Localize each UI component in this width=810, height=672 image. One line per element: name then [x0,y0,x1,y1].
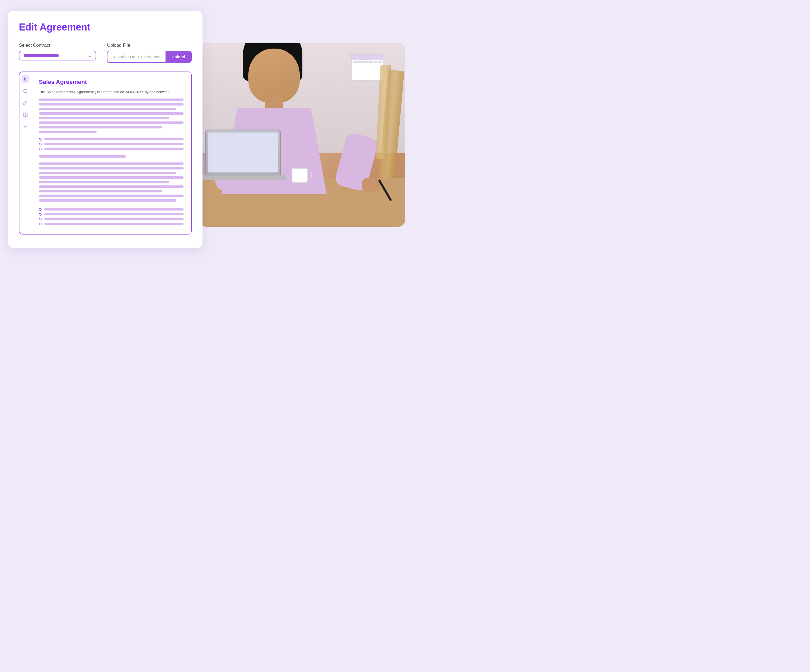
doc-line-4 [39,112,184,115]
svg-line-1 [25,102,27,103]
bullet-item-2 [39,143,184,145]
doc-line-7 [39,126,162,128]
upload-file-label: Upload File [107,43,192,48]
doc-line-16 [39,190,162,192]
tool-table[interactable] [22,111,29,118]
tool-cursor[interactable] [22,75,29,83]
photo-area [200,43,405,227]
document-title: Sales Agreement [39,79,184,86]
laptop-screen [205,130,281,175]
document-content: Sales Agreement This Sales Agreement ("A… [31,72,191,234]
doc-line-9 [39,155,126,158]
doc-line-18 [39,199,176,202]
bullet-item-6 [39,218,184,221]
tool-shape[interactable] [22,87,29,95]
document-intro: This Sales Agreement ("Agreement") is en… [39,89,184,95]
bullet-item-7 [39,223,184,225]
doc-line-17 [39,195,184,197]
coffee-mug [292,168,308,183]
select-contract-label: Select Contract [19,43,96,48]
contract-select[interactable]: ⌄ [19,51,96,61]
bullet-item-1 [39,138,184,141]
doc-line-14 [39,181,169,183]
doc-line-3 [39,108,176,110]
wall-calendar [351,54,383,81]
person-head [248,49,300,103]
bullet-item-4 [39,208,184,211]
doc-line-10 [39,162,184,165]
doc-line-6 [39,121,184,124]
doc-line-1 [39,98,184,101]
page-title: Edit Agreement [19,22,192,33]
person-hand [362,178,381,192]
upload-placeholder: Upload or Drag & Drop here [108,52,165,62]
doc-line-5 [39,117,169,119]
upload-area[interactable]: Upload or Drag & Drop here Upload [107,51,192,63]
doc-line-11 [39,167,184,170]
laptop-base [200,175,286,180]
main-card: Edit Agreement Select Contract ⌄ Upload … [8,11,202,248]
tool-signature[interactable] [22,123,29,130]
upload-button[interactable]: Upload [165,51,191,62]
tool-pen[interactable] [22,99,29,106]
doc-line-15 [39,185,184,188]
doc-line-13 [39,176,184,179]
svg-rect-0 [24,89,27,93]
chevron-down-icon: ⌄ [88,52,92,59]
doc-line-2 [39,103,184,106]
bullet-item-3 [39,148,184,150]
doc-line-8 [39,131,97,133]
contract-select-value [24,54,59,57]
document-viewer: Sales Agreement This Sales Agreement ("A… [19,72,192,234]
doc-toolbar [19,72,31,234]
bullet-item-5 [39,213,184,216]
doc-line-12 [39,172,176,174]
